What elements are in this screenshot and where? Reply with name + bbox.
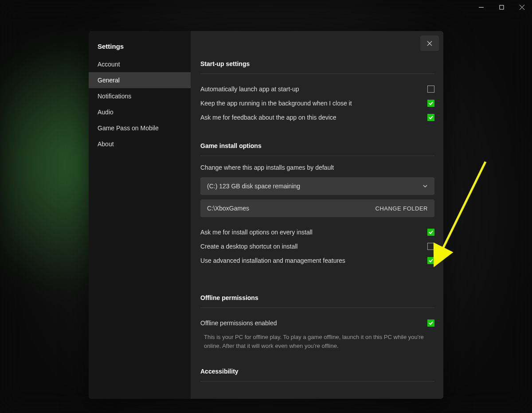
install-drive-dropdown[interactable]: (C:) 123 GB disk space remaining bbox=[200, 177, 434, 195]
install-advanced-label: Use advanced installation and management… bbox=[200, 257, 345, 264]
startup-background-checkbox[interactable] bbox=[427, 100, 434, 107]
install-advanced-row: Use advanced installation and management… bbox=[200, 253, 434, 268]
install-shortcut-checkbox[interactable] bbox=[427, 243, 434, 250]
startup-background-label: Keep the app running in the background w… bbox=[200, 100, 352, 107]
sidebar-item-audio[interactable]: Audio bbox=[89, 104, 191, 120]
offline-help-text: This is your PC for offline play. To pla… bbox=[200, 330, 434, 350]
settings-dialog: Settings Account General Notifications A… bbox=[89, 31, 443, 399]
settings-sidebar: Settings Account General Notifications A… bbox=[89, 31, 191, 399]
svg-rect-1 bbox=[500, 5, 504, 9]
startup-feedback-label: Ask me for feedback about the app on thi… bbox=[200, 114, 336, 121]
install-ask-options-label: Ask me for install options on every inst… bbox=[200, 229, 313, 236]
install-ask-options-checkbox[interactable] bbox=[427, 229, 434, 236]
install-folder-row: C:\XboxGames CHANGE FOLDER bbox=[200, 199, 434, 217]
startup-feedback-checkbox[interactable] bbox=[427, 114, 434, 121]
install-ask-options-row: Ask me for install options on every inst… bbox=[200, 225, 434, 239]
sidebar-item-general[interactable]: General bbox=[89, 72, 191, 88]
sidebar-title: Settings bbox=[89, 39, 191, 56]
section-title-accessibility: Accessibility bbox=[200, 368, 434, 382]
offline-enabled-row: Offline permissions enabled bbox=[200, 316, 434, 330]
window-close-button[interactable] bbox=[512, 0, 532, 14]
close-icon bbox=[427, 41, 432, 46]
section-title-startup: Start-up settings bbox=[200, 60, 434, 74]
chevron-down-icon bbox=[422, 183, 428, 189]
change-folder-button[interactable]: CHANGE FOLDER bbox=[376, 205, 428, 212]
install-drive-selected: (C:) 123 GB disk space remaining bbox=[207, 183, 300, 190]
install-advanced-checkbox[interactable] bbox=[427, 257, 434, 264]
install-where-label: Change where this app installs games by … bbox=[200, 164, 434, 171]
dialog-close-button[interactable] bbox=[420, 35, 439, 51]
window-maximize-button[interactable] bbox=[491, 0, 512, 14]
sidebar-item-account[interactable]: Account bbox=[89, 56, 191, 72]
sidebar-item-game-pass-mobile[interactable]: Game Pass on Mobile bbox=[89, 120, 191, 136]
offline-enabled-label: Offline permissions enabled bbox=[200, 319, 277, 327]
startup-auto-launch-row: Automatically launch app at start-up bbox=[200, 82, 434, 96]
startup-auto-launch-checkbox[interactable] bbox=[427, 86, 434, 93]
sidebar-item-about[interactable]: About bbox=[89, 136, 191, 152]
startup-feedback-row: Ask me for feedback about the app on thi… bbox=[200, 110, 434, 125]
sidebar-item-notifications[interactable]: Notifications bbox=[89, 88, 191, 104]
install-folder-path: C:\XboxGames bbox=[207, 205, 249, 212]
install-shortcut-row: Create a desktop shortcut on install bbox=[200, 239, 434, 253]
offline-enabled-checkbox[interactable] bbox=[427, 319, 434, 327]
settings-content: Start-up settings Automatically launch a… bbox=[191, 31, 443, 399]
window-titlebar bbox=[0, 0, 532, 14]
startup-auto-launch-label: Automatically launch app at start-up bbox=[200, 86, 299, 93]
window-minimize-button[interactable] bbox=[471, 0, 491, 14]
install-shortcut-label: Create a desktop shortcut on install bbox=[200, 243, 297, 250]
section-title-offline: Offline permissions bbox=[200, 294, 434, 308]
startup-background-row: Keep the app running in the background w… bbox=[200, 96, 434, 110]
section-title-install: Game install options bbox=[200, 142, 434, 156]
